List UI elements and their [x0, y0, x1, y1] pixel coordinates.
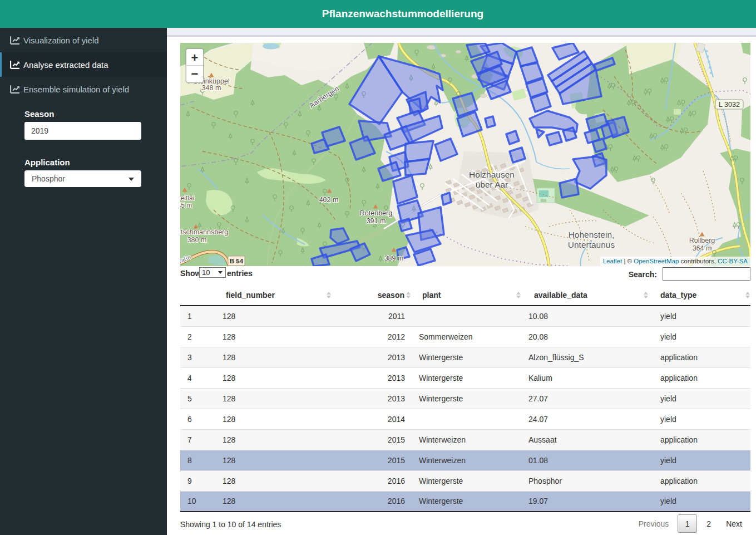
svg-text:45 m: 45 m — [180, 202, 192, 209]
svg-text:Hohenstein,: Hohenstein, — [569, 230, 615, 239]
svg-text:L 3032: L 3032 — [719, 101, 740, 109]
svg-text:Untertaunus: Untertaunus — [568, 240, 615, 249]
svg-text:348 m: 348 m — [202, 84, 221, 92]
svg-text:391 m: 391 m — [367, 217, 386, 225]
svg-text:Rollberg: Rollberg — [689, 237, 715, 244]
svg-text:380 m: 380 m — [187, 236, 207, 244]
svg-text:364 m: 364 m — [693, 244, 712, 252]
svg-text:Holzhausen: Holzhausen — [469, 170, 515, 179]
svg-text:402 m: 402 m — [319, 196, 339, 204]
svg-text:Rotenberg: Rotenberg — [360, 209, 392, 217]
svg-text:B 54: B 54 — [230, 258, 244, 264]
svg-text:über Aar: über Aar — [476, 180, 508, 189]
svg-text:389 m: 389 m — [384, 254, 404, 262]
svg-text:utschmannsberg: utschmannsberg — [180, 228, 228, 236]
svg-text:reitlai: reitlai — [180, 194, 194, 202]
